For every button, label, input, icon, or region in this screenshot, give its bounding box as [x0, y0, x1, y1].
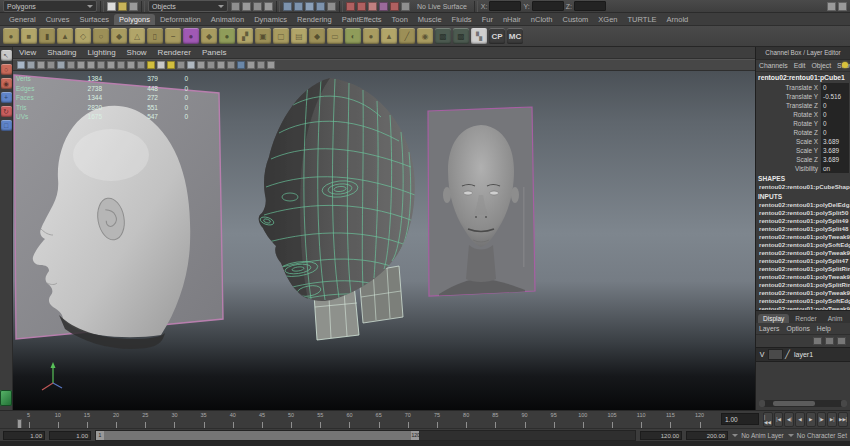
viewport-tool-icon[interactable]: [127, 61, 135, 69]
attribute-value-field[interactable]: 0: [821, 128, 849, 137]
viewport-tool-icon[interactable]: [57, 61, 65, 69]
new-empty-layer-icon[interactable]: [825, 337, 834, 345]
viewport-tool-icon[interactable]: [187, 61, 195, 69]
file-icon[interactable]: [107, 2, 116, 11]
shelf-tab[interactable]: nHair: [498, 14, 526, 25]
shelf-icon[interactable]: ▲: [57, 28, 73, 44]
selection-mask-icon[interactable]: [264, 2, 273, 11]
shelf-icon[interactable]: ▚: [471, 28, 487, 44]
command-line[interactable]: [0, 441, 850, 446]
panel-toggle-icon[interactable]: [827, 2, 836, 11]
panel-toggle-icon[interactable]: [838, 2, 847, 11]
snap-icon[interactable]: [305, 2, 314, 11]
shelf-icon[interactable]: ●: [3, 28, 19, 44]
selected-object-name[interactable]: rentou02:rentou01:pCube1: [756, 72, 850, 83]
attribute-name[interactable]: Translate Y: [756, 92, 821, 101]
shelf-tab[interactable]: Arnold: [662, 14, 694, 25]
current-frame-field[interactable]: 1.00: [721, 413, 759, 425]
layer-visibility-toggle[interactable]: V: [756, 351, 768, 358]
input-node[interactable]: rentou02:rentou01:polyTweak94: [756, 249, 850, 257]
selection-mask-icon[interactable]: [253, 2, 262, 11]
range-end-handle[interactable]: 120: [411, 431, 419, 440]
shelf-icon[interactable]: ╱: [399, 28, 415, 44]
viewport-tool-icon[interactable]: [17, 61, 25, 69]
coord-input[interactable]: [489, 1, 521, 11]
history-icon[interactable]: [379, 2, 388, 11]
attribute-value-field[interactable]: 3.689: [821, 146, 849, 155]
attribute-value-field[interactable]: 3.689: [821, 137, 849, 146]
input-node[interactable]: rentou02:rentou01:polyTweak95: [756, 233, 850, 241]
playback-button[interactable]: ◀: [795, 412, 805, 427]
shelf-icon[interactable]: ▯: [147, 28, 163, 44]
attribute-value-field[interactable]: 0: [821, 83, 849, 92]
shelf-icon[interactable]: ▩: [453, 28, 469, 44]
file-icon[interactable]: [118, 2, 127, 11]
character-set-dropdown[interactable]: No Character Set: [788, 432, 847, 439]
attribute-name[interactable]: Rotate Z: [756, 128, 821, 137]
shelf-icon[interactable]: ◐: [345, 28, 361, 44]
input-node[interactable]: rentou02:rentou01:polySplitRin...: [756, 281, 850, 289]
input-node[interactable]: rentou02:rentou01:polyDelEdg...: [756, 201, 850, 209]
viewport-tool-icon[interactable]: [97, 61, 105, 69]
viewport-tool-icon[interactable]: [257, 61, 265, 69]
shelf-tab[interactable]: Toon: [387, 14, 413, 25]
shelf-icon[interactable]: △: [129, 28, 145, 44]
attribute-value-field[interactable]: 0: [821, 110, 849, 119]
attribute-value-field[interactable]: 0: [821, 101, 849, 110]
shelf-icon[interactable]: ■: [21, 28, 37, 44]
anim-layer-dropdown[interactable]: No Anim Layer: [732, 432, 784, 439]
viewport-tool-icon[interactable]: [117, 61, 125, 69]
playback-button[interactable]: |◀: [774, 412, 784, 427]
snap-icon[interactable]: [316, 2, 325, 11]
selection-mode-dropdown[interactable]: Objects: [148, 0, 228, 12]
shelf-icon[interactable]: ▣: [255, 28, 271, 44]
input-node[interactable]: rentou02:rentou01:polySplit47: [756, 257, 850, 265]
layer-editor-menu-item[interactable]: Options: [786, 325, 809, 332]
shelf-icon[interactable]: ◆: [111, 28, 127, 44]
playback-range-bar[interactable]: 1 120: [96, 431, 419, 440]
history-icon[interactable]: [368, 2, 377, 11]
attribute-name[interactable]: Translate Z: [756, 101, 821, 110]
selection-mask-icon[interactable]: [242, 2, 251, 11]
shelf-icon[interactable]: ◆: [309, 28, 325, 44]
playback-button[interactable]: ▶|: [827, 412, 837, 427]
viewport-tool-icon[interactable]: [137, 61, 145, 69]
history-icon[interactable]: [390, 2, 399, 11]
shelf-icon[interactable]: ▢: [273, 28, 289, 44]
input-node[interactable]: rentou02:rentou01:polySoftEdg...: [756, 241, 850, 249]
shelf-icon[interactable]: ▮: [39, 28, 55, 44]
shelf-tab[interactable]: Polygons: [114, 14, 155, 25]
tool-icon[interactable]: ◉: [1, 78, 12, 89]
layer-editor-tab[interactable]: Display: [758, 314, 789, 323]
playback-button[interactable]: ▶: [806, 412, 816, 427]
shelf-tab[interactable]: General: [4, 14, 41, 25]
playback-button[interactable]: |◀◀: [763, 412, 773, 427]
display-layer-row[interactable]: V ╱ layer1: [756, 347, 850, 362]
playback-end-field[interactable]: 120.00: [640, 431, 682, 440]
viewport-menu-item[interactable]: Panels: [202, 48, 226, 57]
attribute-value-field[interactable]: 3.689: [821, 155, 849, 164]
layer-color-swatch[interactable]: [768, 349, 783, 360]
attribute-value-field[interactable]: 0: [821, 119, 849, 128]
attribute-name[interactable]: Rotate X: [756, 110, 821, 119]
viewport-tool-icon[interactable]: [107, 61, 115, 69]
object-menu[interactable]: Object: [811, 62, 831, 69]
manipulator-display-icon[interactable]: [842, 62, 848, 68]
layer-editor-tab[interactable]: Anim: [823, 314, 848, 323]
layer-editor-menu-item[interactable]: Help: [817, 325, 831, 332]
viewport-tool-icon[interactable]: [177, 61, 185, 69]
shelf-icon[interactable]: CP: [489, 28, 505, 44]
input-node[interactable]: rentou02:rentou01:polySplit49: [756, 217, 850, 225]
attribute-name[interactable]: Translate X: [756, 83, 821, 92]
shelf-icon[interactable]: ▩: [435, 28, 451, 44]
attribute-name[interactable]: Rotate Y: [756, 119, 821, 128]
shelf-tab[interactable]: Curves: [41, 14, 75, 25]
shelf-icon[interactable]: ~: [165, 28, 181, 44]
playback-button[interactable]: ◀|: [784, 412, 794, 427]
snap-icon[interactable]: [283, 2, 292, 11]
history-icon[interactable]: [357, 2, 366, 11]
viewport-menu-item[interactable]: Renderer: [158, 48, 191, 57]
coord-input[interactable]: [574, 1, 606, 11]
shelf-tab[interactable]: PaintEffects: [337, 14, 387, 25]
input-node[interactable]: rentou02:rentou01:polyTweak93: [756, 273, 850, 281]
